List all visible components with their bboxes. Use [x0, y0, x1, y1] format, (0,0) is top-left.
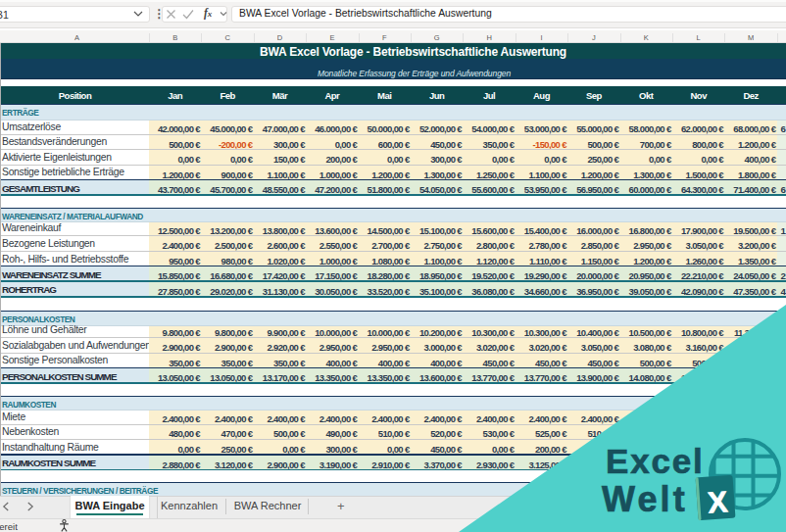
svg-text:X: X [707, 485, 728, 518]
